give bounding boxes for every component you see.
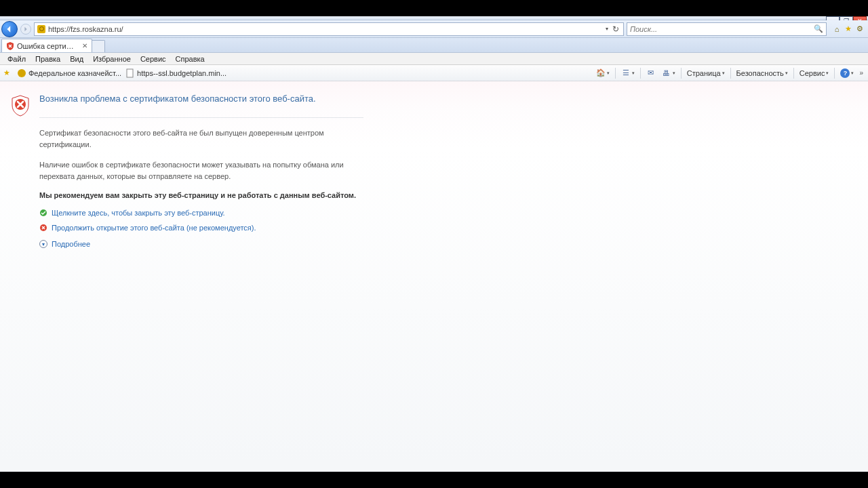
- svg-point-0: [18, 69, 26, 77]
- separator: [793, 68, 794, 79]
- refresh-button[interactable]: ↻: [611, 24, 620, 34]
- browser-window: _ ❐ ✕ https://fzs.roskazna.ru/ ▾ ↻ 🔍 ⌂ ★…: [0, 16, 868, 472]
- menu-file[interactable]: Файл: [3, 54, 31, 64]
- overflow-chevron-icon[interactable]: »: [858, 69, 865, 77]
- menu-tools[interactable]: Сервис: [136, 54, 171, 64]
- menu-favorites[interactable]: Избранное: [88, 54, 136, 64]
- back-button[interactable]: [1, 21, 18, 37]
- favorites-bar: ★ Федеральное казначейст... https--ssl.b…: [0, 65, 868, 81]
- separator: [834, 68, 835, 79]
- url-text: https://fzs.roskazna.ru/: [48, 25, 603, 33]
- close-page-link[interactable]: Щелкните здесь, чтобы закрыть эту веб-ст…: [52, 209, 225, 217]
- eagle-favicon: [17, 68, 26, 78]
- cert-error-favicon: [6, 42, 14, 50]
- cmd-home[interactable]: 🏠▾: [594, 68, 612, 78]
- tools-gear-icon[interactable]: ⚙: [855, 24, 865, 34]
- separator: [640, 68, 641, 79]
- red-shield-icon: [39, 224, 47, 232]
- page-favicon: [125, 68, 135, 78]
- cmd-feeds[interactable]: ☰▾: [619, 68, 637, 78]
- menu-view[interactable]: Вид: [65, 54, 88, 64]
- cert-error-detail-2: Наличие ошибок в сертификате безопасност…: [39, 159, 351, 182]
- arrow-right-icon: [23, 26, 28, 32]
- certificate-warning-icon: [37, 25, 45, 33]
- address-bar[interactable]: https://fzs.roskazna.ru/ ▾ ↻: [34, 22, 624, 36]
- favorites-star-icon[interactable]: ★: [844, 24, 853, 34]
- cert-error-recommendation: Мы рекомендуем вам закрыть эту веб-стран…: [39, 191, 363, 199]
- cmd-page[interactable]: Страница▾: [685, 69, 727, 77]
- menu-edit[interactable]: Правка: [31, 54, 65, 64]
- cert-error-detail-1: Сертификат безопасности этого веб-сайта …: [39, 127, 351, 150]
- forward-button[interactable]: [20, 24, 31, 35]
- add-favorite-icon[interactable]: ★: [3, 68, 13, 78]
- address-dropdown-icon[interactable]: ▾: [606, 26, 608, 32]
- arrow-left-icon: [5, 25, 14, 33]
- tab-strip: Ошибка сертификата: пе... ✕: [0, 38, 868, 53]
- menu-help[interactable]: Справка: [171, 54, 210, 64]
- continue-anyway-link[interactable]: Продолжить открытие этого веб-сайта (не …: [52, 224, 256, 232]
- print-icon: 🖶: [662, 68, 671, 78]
- expand-icon: ▾: [39, 240, 47, 248]
- cert-error-title: Возникла проблема с сертификатом безопас…: [39, 94, 363, 104]
- more-info-link[interactable]: Подробнее: [52, 240, 90, 248]
- cmd-mail[interactable]: ✉: [644, 68, 658, 78]
- green-shield-icon: [39, 209, 47, 217]
- separator: [730, 68, 731, 79]
- feed-icon: ☰: [621, 68, 631, 78]
- favorite-link-2[interactable]: https--ssl.budgetplan.min...: [125, 68, 226, 78]
- help-icon: ?: [840, 68, 850, 78]
- mail-icon: ✉: [646, 68, 656, 78]
- search-input[interactable]: [630, 25, 814, 33]
- page-content: Возникла проблема с сертификатом безопас…: [0, 81, 868, 472]
- svg-rect-1: [127, 69, 133, 77]
- search-icon[interactable]: 🔍: [814, 24, 823, 33]
- separator: [615, 68, 616, 79]
- browser-tab[interactable]: Ошибка сертификата: пе... ✕: [1, 39, 92, 52]
- cmd-service[interactable]: Сервис▾: [797, 69, 831, 77]
- cmd-print[interactable]: 🖶▾: [660, 68, 677, 78]
- shield-error-icon: [11, 95, 30, 117]
- continue-action[interactable]: Продолжить открытие этого веб-сайта (не …: [39, 224, 363, 232]
- navigation-bar: https://fzs.roskazna.ru/ ▾ ↻ 🔍 ⌂ ★ ⚙: [0, 20, 868, 38]
- home-icon[interactable]: ⌂: [832, 24, 842, 34]
- new-tab-button[interactable]: [92, 40, 105, 52]
- separator: [681, 68, 682, 79]
- tab-title: Ошибка сертификата: пе...: [17, 42, 78, 50]
- divider: [39, 117, 363, 118]
- favorite-link-1[interactable]: Федеральное казначейст...: [17, 68, 121, 78]
- home-icon: 🏠: [596, 68, 606, 78]
- close-page-action[interactable]: Щелкните здесь, чтобы закрыть эту веб-ст…: [39, 209, 363, 217]
- search-box[interactable]: 🔍: [627, 22, 827, 36]
- more-info-toggle[interactable]: ▾ Подробнее: [39, 240, 363, 248]
- favorite-label: Федеральное казначейст...: [28, 69, 121, 77]
- cmd-security[interactable]: Безопасность▾: [734, 69, 790, 77]
- menu-bar: Файл Правка Вид Избранное Сервис Справка: [0, 53, 868, 65]
- tab-close-button[interactable]: ✕: [82, 42, 87, 49]
- favorite-label: https--ssl.budgetplan.min...: [137, 69, 226, 77]
- cmd-help[interactable]: ?▾: [838, 68, 856, 78]
